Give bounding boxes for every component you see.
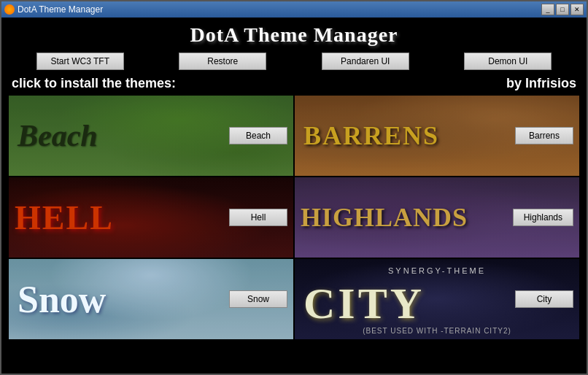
barrens-install-button[interactable]: Barrens — [515, 127, 573, 144]
barrens-label: BARRENS — [303, 120, 439, 151]
demon-ui-button[interactable]: Demon UI — [464, 53, 552, 70]
highlands-label: HIGHLANDS — [301, 202, 468, 233]
theme-cell-beach[interactable]: Beach Beach — [9, 96, 293, 176]
snow-install-button[interactable]: Snow — [229, 290, 287, 308]
city-sub-label: (BEST USED WITH -TERRAIN CITY2) — [363, 327, 511, 335]
author-text: by Infrisios — [506, 76, 576, 91]
install-info-text: click to install the themes: — [12, 76, 176, 91]
beach-label: Beach — [18, 118, 98, 153]
info-row: click to install the themes: by Infrisio… — [9, 76, 579, 91]
themes-grid: Beach Beach BARRENS Barrens HELL Hell HI… — [9, 96, 579, 339]
title-bar: DotA Theme Manager _ □ ✕ — [1, 1, 587, 18]
hell-install-button[interactable]: Hell — [229, 209, 287, 226]
window-title: DotA Theme Manager — [18, 4, 103, 15]
start-wc3-button[interactable]: Start WC3 TFT — [36, 53, 124, 70]
theme-cell-highlands[interactable]: HIGHLANDS Highlands — [295, 177, 579, 258]
city-synergy-label: SYNERGY-THEME — [388, 266, 486, 275]
title-bar-buttons[interactable]: _ □ ✕ — [541, 4, 584, 15]
city-install-button[interactable]: City — [515, 290, 573, 308]
minimize-button[interactable]: _ — [541, 4, 554, 15]
pandaren-ui-button[interactable]: Pandaren UI — [322, 53, 409, 70]
top-buttons-row: Start WC3 TFT Restore Pandaren UI Demon … — [9, 53, 579, 70]
beach-install-button[interactable]: Beach — [229, 127, 287, 144]
title-bar-left: DotA Theme Manager — [4, 4, 103, 15]
theme-cell-snow[interactable]: Snow Snow — [9, 259, 293, 339]
highlands-install-button[interactable]: Highlands — [513, 209, 573, 226]
theme-cell-barrens[interactable]: BARRENS Barrens — [295, 96, 579, 176]
close-button[interactable]: ✕ — [570, 4, 584, 15]
restore-button[interactable]: Restore — [179, 53, 266, 70]
city-label: CITY — [303, 279, 425, 329]
app-title: DotA Theme Manager — [9, 23, 579, 47]
maximize-button[interactable]: □ — [556, 4, 569, 15]
hell-label: HELL — [15, 198, 114, 237]
app-icon — [4, 4, 15, 15]
snow-label: Snow — [18, 278, 106, 321]
theme-cell-hell[interactable]: HELL Hell — [9, 177, 293, 258]
theme-cell-city[interactable]: SYNERGY-THEME CITY (BEST USED WITH -TERR… — [295, 259, 579, 339]
main-content: DotA Theme Manager Start WC3 TFT Restore… — [1, 18, 587, 345]
